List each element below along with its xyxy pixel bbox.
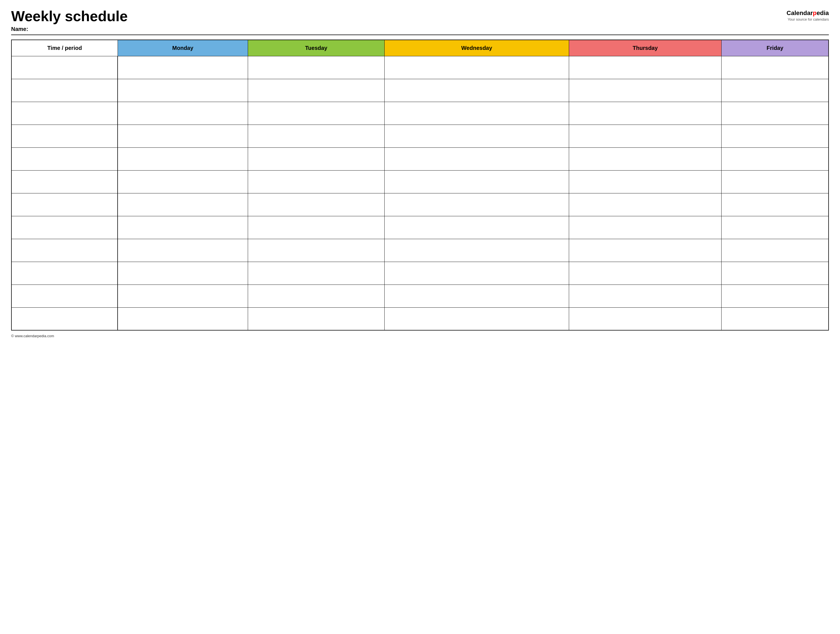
header-row: Time / period Monday Tuesday Wednesday T… xyxy=(11,40,829,56)
time-cell[interactable] xyxy=(11,102,118,125)
wednesday-cell[interactable] xyxy=(385,262,569,284)
wednesday-cell[interactable] xyxy=(385,239,569,262)
friday-cell[interactable] xyxy=(722,102,829,125)
monday-cell[interactable] xyxy=(118,147,248,170)
wednesday-cell[interactable] xyxy=(385,216,569,239)
logo-black1: Calendar xyxy=(786,9,813,16)
wednesday-cell[interactable] xyxy=(385,170,569,193)
wednesday-cell[interactable] xyxy=(385,56,569,79)
tuesday-cell[interactable] xyxy=(248,147,384,170)
thursday-cell[interactable] xyxy=(569,239,721,262)
table-row xyxy=(11,262,829,284)
table-row xyxy=(11,147,829,170)
time-cell[interactable] xyxy=(11,125,118,147)
friday-cell[interactable] xyxy=(722,170,829,193)
thursday-cell[interactable] xyxy=(569,216,721,239)
schedule-table: Time / period Monday Tuesday Wednesday T… xyxy=(11,39,829,331)
time-cell[interactable] xyxy=(11,239,118,262)
friday-cell[interactable] xyxy=(722,239,829,262)
monday-cell[interactable] xyxy=(118,284,248,308)
footer: © www.calendarpedia.com xyxy=(11,334,829,338)
monday-cell[interactable] xyxy=(118,125,248,147)
name-label: Name: xyxy=(11,26,128,32)
tuesday-cell[interactable] xyxy=(248,262,384,284)
col-header-friday: Friday xyxy=(722,40,829,56)
footer-text: © www.calendarpedia.com xyxy=(11,334,54,338)
thursday-cell[interactable] xyxy=(569,56,721,79)
logo-black2: edia xyxy=(816,9,829,16)
monday-cell[interactable] xyxy=(118,56,248,79)
tuesday-cell[interactable] xyxy=(248,102,384,125)
friday-cell[interactable] xyxy=(722,193,829,216)
logo-red: p xyxy=(813,9,816,16)
wednesday-cell[interactable] xyxy=(385,193,569,216)
table-row xyxy=(11,125,829,147)
monday-cell[interactable] xyxy=(118,308,248,330)
time-cell[interactable] xyxy=(11,262,118,284)
time-cell[interactable] xyxy=(11,170,118,193)
thursday-cell[interactable] xyxy=(569,102,721,125)
wednesday-cell[interactable] xyxy=(385,79,569,102)
wednesday-cell[interactable] xyxy=(385,125,569,147)
wednesday-cell[interactable] xyxy=(385,102,569,125)
friday-cell[interactable] xyxy=(722,308,829,330)
time-cell[interactable] xyxy=(11,216,118,239)
time-cell[interactable] xyxy=(11,56,118,79)
col-header-tuesday: Tuesday xyxy=(248,40,384,56)
tuesday-cell[interactable] xyxy=(248,284,384,308)
monday-cell[interactable] xyxy=(118,79,248,102)
thursday-cell[interactable] xyxy=(569,125,721,147)
thursday-cell[interactable] xyxy=(569,308,721,330)
thursday-cell[interactable] xyxy=(569,147,721,170)
header: Weekly schedule Name: Calendarpedia Your… xyxy=(11,8,829,32)
tuesday-cell[interactable] xyxy=(248,170,384,193)
friday-cell[interactable] xyxy=(722,56,829,79)
table-row xyxy=(11,79,829,102)
time-cell[interactable] xyxy=(11,193,118,216)
thursday-cell[interactable] xyxy=(569,170,721,193)
page-title: Weekly schedule xyxy=(11,8,128,24)
time-cell[interactable] xyxy=(11,147,118,170)
table-row xyxy=(11,239,829,262)
friday-cell[interactable] xyxy=(722,216,829,239)
col-header-time: Time / period xyxy=(11,40,118,56)
table-row xyxy=(11,102,829,125)
monday-cell[interactable] xyxy=(118,193,248,216)
wednesday-cell[interactable] xyxy=(385,284,569,308)
table-row xyxy=(11,193,829,216)
friday-cell[interactable] xyxy=(722,147,829,170)
table-row xyxy=(11,308,829,330)
monday-cell[interactable] xyxy=(118,216,248,239)
tuesday-cell[interactable] xyxy=(248,193,384,216)
time-cell[interactable] xyxy=(11,284,118,308)
monday-cell[interactable] xyxy=(118,170,248,193)
friday-cell[interactable] xyxy=(722,125,829,147)
monday-cell[interactable] xyxy=(118,262,248,284)
monday-cell[interactable] xyxy=(118,102,248,125)
wednesday-cell[interactable] xyxy=(385,147,569,170)
tuesday-cell[interactable] xyxy=(248,125,384,147)
friday-cell[interactable] xyxy=(722,79,829,102)
title-section: Weekly schedule Name: xyxy=(11,8,128,32)
logo-tagline: Your source for calendars xyxy=(788,17,829,22)
thursday-cell[interactable] xyxy=(569,79,721,102)
thursday-cell[interactable] xyxy=(569,193,721,216)
table-row xyxy=(11,216,829,239)
tuesday-cell[interactable] xyxy=(248,56,384,79)
thursday-cell[interactable] xyxy=(569,262,721,284)
col-header-monday: Monday xyxy=(118,40,248,56)
friday-cell[interactable] xyxy=(722,262,829,284)
tuesday-cell[interactable] xyxy=(248,216,384,239)
tuesday-cell[interactable] xyxy=(248,79,384,102)
tuesday-cell[interactable] xyxy=(248,239,384,262)
monday-cell[interactable] xyxy=(118,239,248,262)
col-header-wednesday: Wednesday xyxy=(385,40,569,56)
thursday-cell[interactable] xyxy=(569,284,721,308)
table-row xyxy=(11,56,829,79)
time-cell[interactable] xyxy=(11,79,118,102)
wednesday-cell[interactable] xyxy=(385,308,569,330)
logo-text: Calendarpedia xyxy=(786,9,829,17)
time-cell[interactable] xyxy=(11,308,118,330)
tuesday-cell[interactable] xyxy=(248,308,384,330)
friday-cell[interactable] xyxy=(722,284,829,308)
